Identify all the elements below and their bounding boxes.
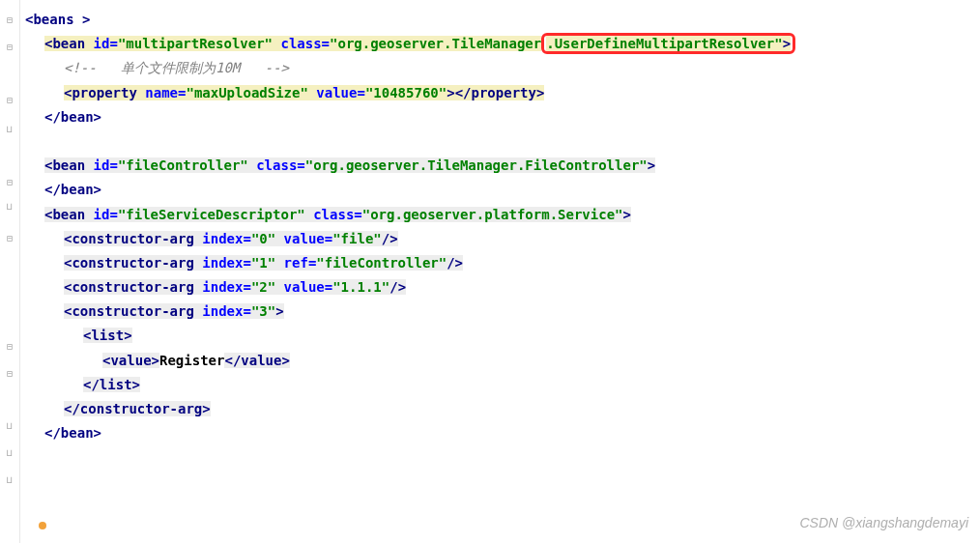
ctor-arg-3-close: </constructor-arg> — [25, 397, 980, 421]
fold-close-icon: ⊔ — [4, 417, 15, 429]
gutter: ⊟ ⊟ ⊟ ⊔ ⊟ ⊔ ⊟ ⊟ ⊟ ⊔ ⊔ ⊔ — [0, 0, 20, 543]
bean2-open: <bean id="fileController" class="org.geo… — [25, 154, 980, 178]
property-line: <property name="maxUploadSize" value="10… — [25, 81, 980, 105]
status-dot-icon — [39, 522, 46, 529]
fold-icon[interactable]: ⊟ — [4, 338, 15, 350]
fold-icon[interactable]: ⊟ — [4, 174, 15, 186]
bean2-close: </bean> — [25, 178, 980, 202]
bean3-close: </bean> — [25, 421, 980, 445]
fold-icon[interactable]: ⊟ — [4, 92, 15, 103]
highlight-box: .UserDefineMultipartResolver"> — [541, 33, 795, 54]
fold-close-icon: ⊔ — [4, 444, 15, 456]
fold-close-icon: ⊔ — [4, 472, 15, 483]
fold-icon[interactable]: ⊟ — [4, 230, 15, 242]
beans-open: <beans > — [25, 8, 980, 32]
fold-icon[interactable]: ⊟ — [4, 12, 15, 23]
list-open: <list> — [25, 324, 980, 348]
blank-line — [25, 129, 980, 154]
ctor-arg-1: <constructor-arg index="1" ref="fileCont… — [25, 251, 980, 275]
value-line: <value>Register</value> — [25, 349, 980, 373]
list-close: </list> — [25, 373, 980, 397]
bean1-open: <bean id="multipartResolver" class="org.… — [25, 32, 980, 56]
fold-close-icon: ⊔ — [4, 198, 15, 210]
fold-icon[interactable]: ⊟ — [4, 365, 15, 377]
ctor-arg-3-open: <constructor-arg index="3"> — [25, 300, 980, 324]
code-view: <beans > <bean id="multipartResolver" cl… — [0, 0, 980, 453]
fold-close-icon: ⊔ — [4, 121, 15, 132]
bean3-open: <bean id="fileServiceDescriptor" class="… — [25, 203, 980, 227]
bean1-close: </bean> — [25, 105, 980, 129]
fold-icon[interactable]: ⊟ — [4, 39, 15, 50]
comment-line: <!-- 单个文件限制为10M --> — [25, 56, 980, 80]
watermark: CSDN @xiangshangdemayi — [799, 511, 968, 535]
ctor-arg-0: <constructor-arg index="0" value="file"/… — [25, 227, 980, 251]
ctor-arg-2: <constructor-arg index="2" value="1.1.1"… — [25, 275, 980, 300]
